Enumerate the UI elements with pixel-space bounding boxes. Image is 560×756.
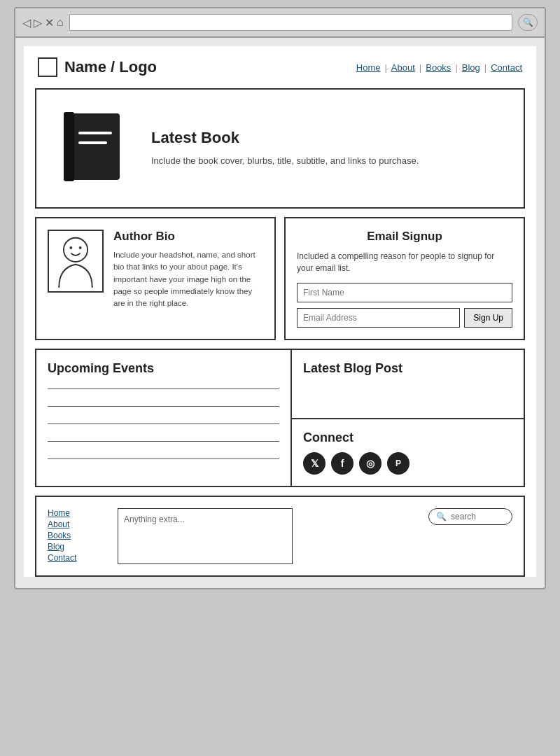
browser-search-button[interactable]: 🔍 bbox=[518, 14, 538, 31]
events-title: Upcoming Events bbox=[48, 361, 279, 376]
book-icon bbox=[53, 106, 130, 190]
svg-rect-0 bbox=[67, 113, 120, 180]
nav-sep-4: | bbox=[484, 62, 486, 73]
footer-nav-home[interactable]: Home bbox=[48, 508, 104, 518]
author-bio-text: Author Bio Include your headshot, name, … bbox=[113, 230, 263, 309]
hero-section: Latest Book Include the book cover, blur… bbox=[35, 88, 525, 209]
footer-nav-about[interactable]: About bbox=[48, 519, 104, 529]
hero-title: Latest Book bbox=[151, 129, 419, 147]
nav-home[interactable]: Home bbox=[356, 62, 381, 73]
email-address-input[interactable] bbox=[297, 308, 460, 328]
pinterest-icon[interactable]: P bbox=[387, 452, 410, 475]
email-signup-description: Included a compelling reason for people … bbox=[297, 251, 512, 274]
social-icons-row: 𝕏 f ◎ P bbox=[303, 452, 512, 475]
hero-text: Latest Book Include the book cover, blur… bbox=[151, 129, 419, 168]
footer-search-icon: 🔍 bbox=[436, 512, 447, 522]
svg-point-6 bbox=[79, 246, 82, 249]
email-signup-section: Email Signup Included a compelling reaso… bbox=[284, 217, 525, 340]
author-avatar bbox=[48, 230, 104, 293]
home-icon[interactable]: ⌂ bbox=[57, 16, 64, 29]
back-icon[interactable]: ◁ bbox=[22, 16, 31, 29]
event-line-1 bbox=[48, 387, 279, 389]
site-header: Name / Logo Home | About | Books | Blog … bbox=[24, 46, 536, 88]
footer-nav-blog[interactable]: Blog bbox=[48, 542, 104, 552]
forward-icon[interactable]: ▷ bbox=[34, 16, 42, 29]
author-bio-description: Include your headshot, name, and short b… bbox=[113, 249, 263, 309]
twitter-icon[interactable]: 𝕏 bbox=[303, 452, 326, 475]
event-line-2 bbox=[48, 405, 279, 407]
browser-toolbar: ◁ ▷ ✕ ⌂ 🔍 bbox=[15, 8, 545, 38]
email-row: Sign Up bbox=[297, 308, 512, 328]
footer-search-placeholder: search bbox=[451, 512, 476, 522]
nav-blog[interactable]: Blog bbox=[462, 62, 480, 73]
footer-nav-contact[interactable]: Contact bbox=[48, 553, 104, 563]
site-footer: Home About Books Blog Contact Anything e… bbox=[35, 496, 525, 577]
facebook-icon[interactable]: f bbox=[331, 452, 354, 475]
author-bio-title: Author Bio bbox=[113, 230, 263, 244]
logo-box bbox=[38, 57, 57, 77]
event-line-4 bbox=[48, 440, 279, 442]
author-bio-content: Author Bio Include your headshot, name, … bbox=[48, 230, 263, 309]
svg-point-5 bbox=[69, 246, 72, 249]
footer-nav: Home About Books Blog Contact bbox=[48, 508, 104, 563]
nav-books[interactable]: Books bbox=[426, 62, 451, 73]
connect-title: Connect bbox=[303, 430, 512, 445]
first-name-input[interactable] bbox=[297, 283, 512, 302]
connect-section: Connect 𝕏 f ◎ P bbox=[292, 419, 524, 486]
browser-nav-controls: ◁ ▷ ✕ ⌂ bbox=[22, 16, 64, 29]
events-section: Upcoming Events bbox=[35, 349, 291, 487]
event-line-3 bbox=[48, 422, 279, 424]
browser-window: ◁ ▷ ✕ ⌂ 🔍 Name / Logo Home | About | Boo… bbox=[14, 7, 546, 589]
site-logo: Name / Logo bbox=[38, 57, 157, 77]
nav-sep-3: | bbox=[455, 62, 457, 73]
nav-sep-2: | bbox=[419, 62, 421, 73]
svg-rect-1 bbox=[64, 112, 74, 181]
footer-search: 🔍 search bbox=[428, 508, 512, 525]
email-signup-title: Email Signup bbox=[297, 230, 512, 244]
nav-contact[interactable]: Contact bbox=[491, 62, 522, 73]
event-line-5 bbox=[48, 457, 279, 459]
author-bio-section: Author Bio Include your headshot, name, … bbox=[35, 217, 276, 340]
blog-post-section: Latest Blog Post bbox=[292, 350, 524, 419]
page-content: Name / Logo Home | About | Books | Blog … bbox=[24, 46, 536, 577]
footer-nav-books[interactable]: Books bbox=[48, 531, 104, 540]
nav-sep-1: | bbox=[384, 62, 386, 73]
address-bar[interactable] bbox=[69, 14, 512, 31]
logo-text: Name / Logo bbox=[64, 58, 157, 76]
instagram-icon[interactable]: ◎ bbox=[359, 452, 382, 475]
hero-description: Include the book cover, blurbs, title, s… bbox=[151, 154, 419, 168]
site-nav: Home | About | Books | Blog | Contact bbox=[356, 62, 522, 73]
email-signup-content: Email Signup Included a compelling reaso… bbox=[297, 230, 512, 328]
nav-about[interactable]: About bbox=[391, 62, 415, 73]
svg-point-4 bbox=[64, 238, 88, 262]
events-blog-row: Upcoming Events Latest Blog Post Connect… bbox=[35, 349, 525, 487]
footer-extra-box: Anything extra... bbox=[118, 508, 293, 564]
footer-extra-text: Anything extra... bbox=[124, 514, 185, 524]
close-icon[interactable]: ✕ bbox=[45, 16, 54, 29]
bio-email-row: Author Bio Include your headshot, name, … bbox=[35, 217, 525, 340]
blog-connect-column: Latest Blog Post Connect 𝕏 f ◎ P bbox=[291, 349, 525, 487]
signup-button[interactable]: Sign Up bbox=[464, 308, 512, 328]
footer-search-bar[interactable]: 🔍 search bbox=[428, 508, 512, 525]
blog-post-title: Latest Blog Post bbox=[303, 361, 512, 376]
